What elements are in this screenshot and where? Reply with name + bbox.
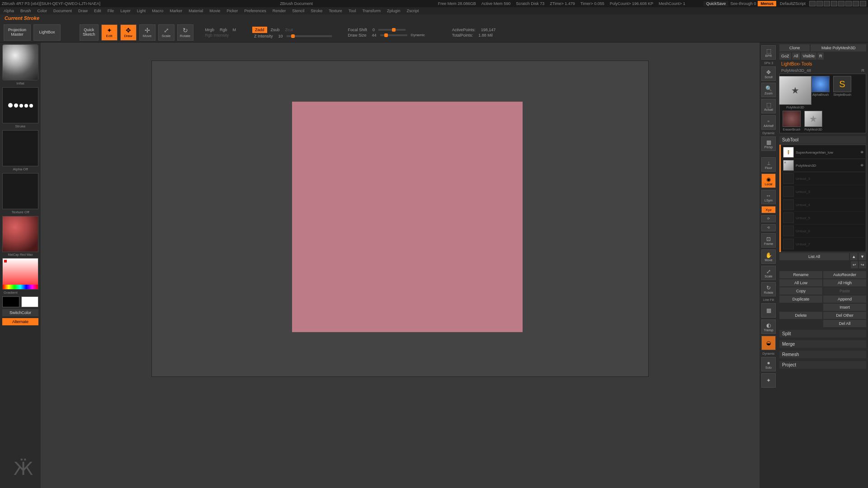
- tool-thumb-alpha[interactable]: [811, 76, 830, 92]
- lightbox-tools-label[interactable]: LightBox› Tools: [779, 61, 866, 67]
- secondary-color-swatch[interactable]: [2, 296, 19, 307]
- subtool-item[interactable]: Untool_7: [782, 238, 865, 251]
- delall-button[interactable]: Del All: [823, 320, 866, 327]
- menu-movie[interactable]: Movie: [209, 9, 220, 13]
- moveup-button[interactable]: ▲: [850, 253, 858, 260]
- aahalf-button[interactable]: ▫AAHalf: [761, 115, 776, 130]
- brush-slot[interactable]: [2, 44, 38, 80]
- roty-button[interactable]: ⟲: [761, 224, 776, 231]
- subtool-header[interactable]: SubTool: [779, 136, 866, 144]
- tool-thumb-eraser[interactable]: [783, 111, 801, 127]
- menu-macro[interactable]: Macro: [152, 9, 163, 13]
- goz-r-button[interactable]: R: [817, 52, 824, 60]
- quicksketch-button[interactable]: Quick Sketch: [80, 24, 99, 41]
- m-button[interactable]: M: [231, 28, 238, 32]
- eye-icon[interactable]: 👁: [860, 164, 864, 168]
- append-button[interactable]: Append: [823, 296, 866, 303]
- menu-zscript[interactable]: Zscript: [407, 9, 419, 13]
- move-button[interactable]: ✢Move: [139, 24, 156, 41]
- close-icon[interactable]: [860, 1, 866, 6]
- alllow-button[interactable]: All Low: [779, 279, 822, 286]
- tool-thumb-poly2[interactable]: ★: [804, 111, 822, 127]
- menu-marker[interactable]: Marker: [170, 9, 182, 13]
- focalshift-slider[interactable]: [378, 29, 406, 31]
- insert-button[interactable]: Insert: [823, 304, 866, 311]
- menu-tool[interactable]: Tool: [349, 9, 356, 13]
- rotate-button[interactable]: ↻Rotate: [177, 24, 193, 41]
- zadd-button[interactable]: Zadd: [252, 27, 267, 33]
- subtool-item[interactable]: Untool_3: [782, 185, 865, 198]
- subtool-item[interactable]: Untool_6: [782, 225, 865, 238]
- zsub-button[interactable]: Zsub: [269, 28, 282, 32]
- color-picker[interactable]: [2, 258, 38, 290]
- subtool-item[interactable]: Untool_5: [782, 211, 865, 225]
- minimize-icon[interactable]: [845, 1, 852, 6]
- menu-zplugin[interactable]: Zplugin: [387, 9, 401, 13]
- alpha-slot[interactable]: [2, 130, 38, 166]
- menu-stencil[interactable]: Stencil: [292, 9, 304, 13]
- make-polymesh-button[interactable]: Make PolyMesh3D: [811, 44, 866, 52]
- menu-transform[interactable]: Transform: [362, 9, 381, 13]
- quicksave-button[interactable]: QuickSave: [703, 1, 729, 6]
- subtool-item[interactable]: Untool_4: [782, 198, 865, 211]
- goz-button[interactable]: GoZ: [779, 52, 791, 60]
- defaultscript-button[interactable]: DefaultZScript: [778, 1, 807, 6]
- floor-button[interactable]: ⟂Floor: [761, 157, 776, 172]
- menu-file[interactable]: File: [108, 9, 114, 13]
- subtool-item[interactable]: Untool_3: [782, 172, 865, 185]
- goz-visible-button[interactable]: Visible: [801, 52, 816, 60]
- menu-light[interactable]: Light: [137, 9, 146, 13]
- allhigh-button[interactable]: All High: [823, 279, 866, 286]
- document-canvas[interactable]: [151, 61, 649, 377]
- subtool-item[interactable]: 🧍SuperAverageMan_low👁: [782, 146, 865, 159]
- menu-brush[interactable]: Brush: [20, 9, 31, 13]
- menu-alpha[interactable]: Alpha: [4, 9, 14, 13]
- paste-button[interactable]: Paste: [823, 287, 866, 295]
- xyz-button[interactable]: Xyz: [761, 206, 776, 213]
- eye-icon[interactable]: 👁: [860, 150, 864, 155]
- subtool-item[interactable]: ★PolyMesh3D👁: [782, 159, 865, 172]
- zintensity-slider[interactable]: [287, 35, 332, 37]
- primary-color-swatch[interactable]: [21, 296, 38, 307]
- duplicate-button[interactable]: Duplicate: [779, 296, 822, 303]
- mrgb-button[interactable]: Mrgb: [203, 28, 217, 32]
- menu-edit[interactable]: Edit: [94, 9, 101, 13]
- zcut-button[interactable]: Zcut: [283, 28, 295, 32]
- tool-thumb-simple[interactable]: S: [833, 76, 851, 92]
- persp-button[interactable]: ▦Persp: [761, 136, 776, 151]
- project-section[interactable]: Project: [779, 361, 866, 369]
- copy-button[interactable]: Copy: [779, 287, 822, 295]
- delother-button[interactable]: Del Other: [823, 312, 866, 319]
- drawsize-slider[interactable]: [380, 34, 407, 36]
- menu-material[interactable]: Material: [189, 9, 203, 13]
- menu-render[interactable]: Render: [273, 9, 286, 13]
- menu-layer[interactable]: Layer: [120, 9, 131, 13]
- menu-texture[interactable]: Texture: [329, 9, 342, 13]
- ghost-button[interactable]: ◒: [761, 336, 776, 350]
- tool-r-button[interactable]: R: [862, 68, 865, 73]
- remesh-section[interactable]: Remesh: [779, 351, 866, 358]
- rgb-button[interactable]: Rgb: [218, 28, 229, 32]
- zoom-button[interactable]: 🔍Zoom: [761, 83, 776, 97]
- polymesh-plane[interactable]: [292, 102, 523, 332]
- win-icon-4[interactable]: [831, 1, 837, 6]
- menu-stroke[interactable]: Stroke: [311, 9, 322, 13]
- solo-button[interactable]: ●Solo: [761, 357, 776, 371]
- goz-all-button[interactable]: All: [792, 52, 800, 60]
- win-icon-1[interactable]: [809, 1, 816, 6]
- canvas-area[interactable]: [41, 42, 760, 488]
- menu-document[interactable]: Document: [53, 9, 72, 13]
- dynamic-toggle[interactable]: Dynamic: [409, 33, 427, 37]
- transp-button[interactable]: ◐Transp: [761, 319, 776, 334]
- merge-section[interactable]: Merge: [779, 340, 866, 348]
- menus-button[interactable]: Menus: [758, 1, 776, 6]
- delete-button[interactable]: Delete: [779, 312, 822, 319]
- scroll-button[interactable]: ✥Scroll: [761, 66, 776, 81]
- lsym-button[interactable]: ↔LSym: [761, 190, 776, 204]
- material-slot[interactable]: [2, 216, 38, 252]
- polyf-button[interactable]: ▦: [761, 303, 776, 318]
- stroke-slot[interactable]: [2, 87, 38, 123]
- actual-button[interactable]: ⬚Actual: [761, 99, 776, 113]
- clone-button[interactable]: Clone: [779, 44, 810, 52]
- local-button[interactable]: ◉Local: [761, 174, 776, 188]
